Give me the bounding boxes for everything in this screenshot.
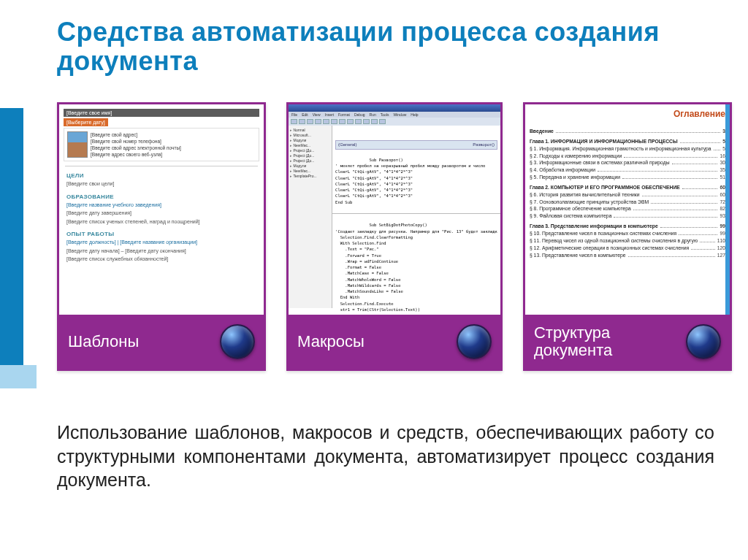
toc-row: § 5. Передача и хранение информации51 (530, 174, 725, 181)
vbe-menubar: FileEditViewInsertFormatDebugRunToolsWin… (289, 112, 500, 118)
toc-row: § 9. Файловая система компьютера93 (530, 212, 725, 220)
toc-row: Введение3 (530, 128, 725, 135)
card-structure-caption: Структура документа (525, 315, 730, 369)
toc-row: § 4. Обработка информации35 (530, 166, 725, 174)
toc-row: § 3. Информационные связи в системах раз… (530, 159, 725, 166)
card-templates-preview: [Введите свое имя] [Выберите дату] [Введ… (59, 104, 264, 315)
decorative-side-bar-light (0, 365, 37, 388)
vbe-titlebar (289, 104, 500, 112)
toc-row: § 8. Программное обеспечение компьютера8… (530, 205, 725, 212)
slide-title: Средства автоматизации процесса создания… (57, 18, 719, 75)
toc-list: Введение3Глава 1. ИНФОРМАЦИЯ И ИНФОРМАЦИ… (530, 128, 725, 258)
card-templates: [Введите свое имя] [Выберите дату] [Введ… (57, 102, 266, 371)
toc-row: § 6. История развития вычислительной тех… (530, 191, 725, 199)
toc-row: § 11. Перевод чисел из одной позиционной… (530, 237, 725, 245)
template-name-field: [Введите свое имя] (64, 109, 259, 117)
cards-row: [Введите свое имя] [Выберите дату] [Введ… (57, 102, 732, 371)
template-contact-fields: [Введите свой адрес] [Введите свой номер… (91, 131, 181, 158)
decorative-side-bar (0, 108, 23, 365)
toc-row: Глава 1. ИНФОРМАЦИЯ И ИНФОРМАЦИОННЫЕ ПРО… (530, 138, 725, 145)
card-templates-label: Шаблоны (68, 333, 214, 350)
card-structure: Оглавление Введение3Глава 1. ИНФОРМАЦИЯ … (523, 102, 732, 371)
toc-row: § 10. Представление чисел в позиционных … (530, 230, 725, 237)
card-macros-label: Макросы (297, 333, 451, 350)
orb-icon (686, 324, 721, 359)
card-macros-caption: Макросы (289, 315, 500, 369)
card-macros-preview: FileEditViewInsertFormatDebugRunToolsWin… (289, 104, 500, 315)
template-photo-placeholder (67, 131, 88, 158)
toc-row: § 13. Представление чисел в компьютере12… (530, 252, 725, 259)
card-macros: FileEditViewInsertFormatDebugRunToolsWin… (286, 102, 503, 371)
orb-icon (220, 324, 255, 359)
template-date-field: [Выберите дату] (64, 118, 108, 126)
card-structure-label: Структура документа (534, 324, 680, 359)
toc-heading: Оглавление (530, 109, 725, 119)
vbe-project-tree: Normal Microsoft... Модули NewMac... Pro… (289, 126, 332, 308)
toc-row: § 2. Подходы к измерению информации16 (530, 153, 725, 160)
toc-row: § 7. Основополагающие принципы устройств… (530, 199, 725, 206)
page-accent-stripe (725, 104, 730, 315)
card-structure-preview: Оглавление Введение3Глава 1. ИНФОРМАЦИЯ … (525, 104, 730, 315)
vbe-code-pane-lower: Sub SetBigDotPhotoCopy() 'Создает заклад… (332, 214, 500, 315)
toc-row: § 1. Информация. Информационная грамотно… (530, 145, 725, 153)
slide-body-text: Использование шаблонов, макросов и средс… (57, 421, 714, 492)
toc-row: Глава 2. КОМПЬЮТЕР И ЕГО ПРОГРАММНОЕ ОБЕ… (530, 184, 725, 191)
toc-row: Глава 3. Представление информации в комп… (530, 223, 725, 230)
card-templates-caption: Шаблоны (59, 315, 264, 369)
vbe-code-pane-upper: (General)Разворот() Sub Разворот() ' мен… (332, 126, 500, 214)
vbe-toolbar (289, 118, 500, 126)
orb-icon (457, 324, 492, 359)
toc-row: § 12. Арифметические операции в позицион… (530, 245, 725, 252)
